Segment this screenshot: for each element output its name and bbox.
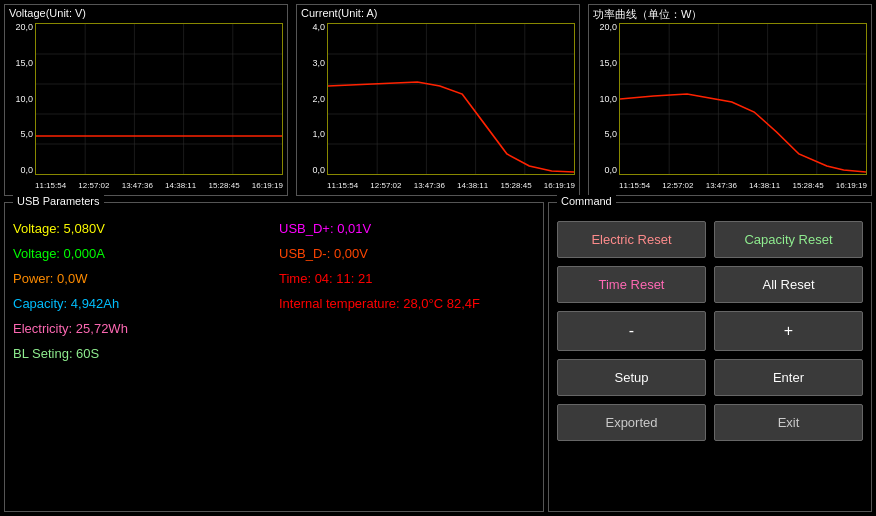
electricity-value: Electricity: 25,72Wh — [13, 317, 128, 340]
bl-value: BL Seting: 60S — [13, 342, 99, 365]
param-electricity: Electricity: 25,72Wh — [13, 321, 269, 336]
param-time: Time: 04: 11: 21 — [279, 271, 535, 286]
current-value: Voltage: 0,000A — [13, 242, 105, 265]
voltage-chart: Voltage(Unit: V) 20,0 15,0 10,0 5,0 0,0 — [4, 4, 288, 196]
power-chart-area — [619, 23, 867, 175]
power-value: Power: 0,0W — [13, 267, 87, 290]
usbd-plus-value: USB_D+: 0,01V — [279, 217, 371, 240]
all-reset-button[interactable]: All Reset — [714, 266, 863, 303]
voltage-x-labels: 11:15:54 12:57:02 13:47:36 14:38:11 15:2… — [35, 175, 283, 195]
param-current: Voltage: 0,000A — [13, 246, 269, 261]
temp-value: Internal temperature: 28,0°C 82,4F — [279, 292, 480, 315]
electric-reset-button[interactable]: Electric Reset — [557, 221, 706, 258]
param-bl: BL Seting: 60S — [13, 346, 269, 361]
current-x-labels: 11:15:54 12:57:02 13:47:36 14:38:11 15:2… — [327, 175, 575, 195]
voltage-value: Voltage: 5,080V — [13, 217, 105, 240]
current-chart: Current(Unit: A) 4,0 3,0 2,0 1,0 0,0 — [296, 4, 580, 196]
param-temp: Internal temperature: 28,0°C 82,4F — [279, 296, 535, 311]
command-panel-title: Command — [557, 195, 616, 207]
exit-button[interactable]: Exit — [714, 404, 863, 441]
minus-button[interactable]: - — [557, 311, 706, 351]
voltage-chart-title: Voltage(Unit: V) — [5, 5, 90, 21]
power-chart: 功率曲线（单位：W） 20,0 15,0 10,0 5,0 0,0 1 — [588, 4, 872, 196]
param-usbd-minus: USB_D-: 0,00V — [279, 246, 535, 261]
param-usbd-plus: USB_D+: 0,01V — [279, 221, 535, 236]
voltage-y-labels: 20,0 15,0 10,0 5,0 0,0 — [5, 23, 35, 175]
params-grid: Voltage: 5,080V USB_D+: 0,01V Voltage: 0… — [13, 221, 535, 361]
setup-button[interactable]: Setup — [557, 359, 706, 396]
plus-button[interactable]: + — [714, 311, 863, 351]
capacity-reset-button[interactable]: Capacity Reset — [714, 221, 863, 258]
exported-button[interactable]: Exported — [557, 404, 706, 441]
command-panel: Command Electric Reset Capacity Reset Ti… — [548, 202, 872, 512]
time-value: Time: 04: 11: 21 — [279, 267, 372, 290]
current-chart-area — [327, 23, 575, 175]
param-power: Power: 0,0W — [13, 271, 269, 286]
capacity-value: Capacity: 4,942Ah — [13, 292, 119, 315]
voltage-chart-area — [35, 23, 283, 175]
power-x-labels: 11:15:54 12:57:02 13:47:36 14:38:11 15:2… — [619, 175, 867, 195]
usb-parameters-panel: USB Parameters Voltage: 5,080V USB_D+: 0… — [4, 202, 544, 512]
time-reset-button[interactable]: Time Reset — [557, 266, 706, 303]
param-voltage: Voltage: 5,080V — [13, 221, 269, 236]
command-button-grid: Electric Reset Capacity Reset Time Reset… — [557, 221, 863, 441]
usbd-minus-value: USB_D-: 0,00V — [279, 242, 368, 265]
param-capacity: Capacity: 4,942Ah — [13, 296, 269, 311]
enter-button[interactable]: Enter — [714, 359, 863, 396]
current-y-labels: 4,0 3,0 2,0 1,0 0,0 — [297, 23, 327, 175]
power-y-labels: 20,0 15,0 10,0 5,0 0,0 — [589, 23, 619, 175]
params-panel-title: USB Parameters — [13, 195, 104, 207]
current-chart-title: Current(Unit: A) — [297, 5, 381, 21]
